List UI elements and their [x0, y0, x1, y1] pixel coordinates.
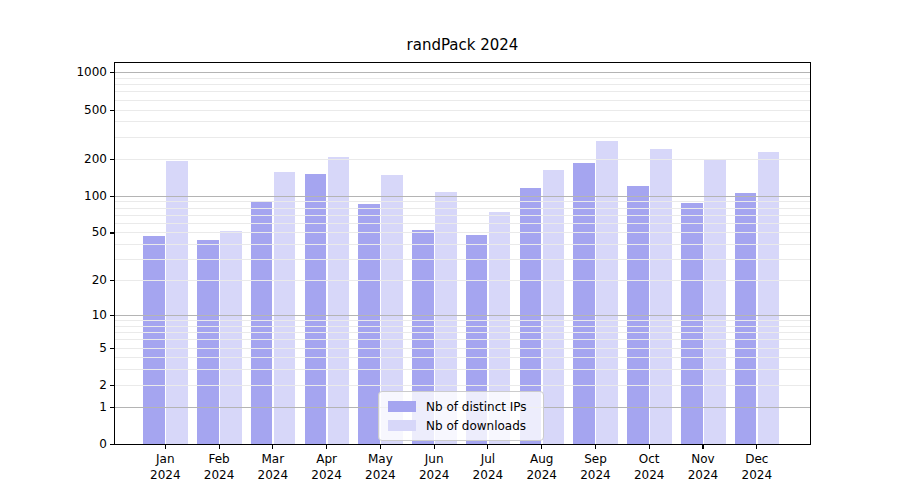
- y-tick-label-200: 200: [0, 151, 107, 167]
- y-tick-1: [110, 407, 114, 408]
- y-tick-50: [110, 232, 114, 233]
- x-tick-label-may: May2024: [350, 451, 410, 483]
- gridline-minor-700: [115, 91, 810, 92]
- gridline-minor-500: [115, 110, 810, 111]
- gridline-major-1000: [115, 72, 810, 73]
- y-tick-1000: [110, 72, 114, 73]
- x-tick-label-year-jun: 2024: [404, 467, 464, 483]
- gridline-minor-8: [115, 326, 810, 327]
- gridline-major-10: [115, 315, 810, 316]
- x-tick-label-year-sep: 2024: [566, 467, 626, 483]
- y-tick-label-5: 5: [0, 340, 107, 356]
- legend: Nb of distinct IPs Nb of downloads: [378, 391, 544, 441]
- gridline-minor-5: [115, 348, 810, 349]
- y-tick-500: [110, 110, 114, 111]
- gridline-minor-300: [115, 137, 810, 138]
- gridline-minor-4: [115, 357, 810, 358]
- y-tick-200: [110, 159, 114, 160]
- gridline-minor-60: [115, 223, 810, 224]
- bar-downloads-mar: [274, 172, 296, 444]
- y-tick-label-0: 0: [0, 436, 107, 452]
- legend-label-downloads: Nb of downloads: [426, 419, 526, 433]
- x-tick-label-year-may: 2024: [350, 467, 410, 483]
- x-tick-may: [380, 445, 381, 449]
- legend-item-downloads: Nb of downloads: [388, 416, 534, 435]
- y-tick-label-2: 2: [0, 377, 107, 393]
- x-tick-label-jan: Jan2024: [135, 451, 195, 483]
- gridline-minor-900: [115, 78, 810, 79]
- gridline-major-100: [115, 196, 810, 197]
- x-tick-label-oct: Oct2024: [619, 451, 679, 483]
- gridline-minor-2: [115, 385, 810, 386]
- x-tick-aug: [541, 445, 542, 449]
- y-tick-label-1000: 1000: [0, 64, 107, 80]
- x-tick-label-year-dec: 2024: [727, 467, 787, 483]
- y-tick-100: [110, 196, 114, 197]
- x-tick-label-year-jul: 2024: [458, 467, 518, 483]
- figure: randPack 2024 Nb of distinct IPs Nb of d…: [0, 0, 900, 500]
- x-tick-label-year-oct: 2024: [619, 467, 679, 483]
- x-tick-oct: [649, 445, 650, 449]
- x-tick-label-year-jan: 2024: [135, 467, 195, 483]
- bar-downloads-aug: [543, 170, 565, 444]
- bar-downloads-oct: [650, 149, 672, 444]
- gridline-minor-50: [115, 232, 810, 233]
- x-tick-jan: [165, 445, 166, 449]
- y-tick-0: [110, 444, 114, 445]
- gridline-minor-40: [115, 244, 810, 245]
- x-tick-label-mar: Mar2024: [243, 451, 303, 483]
- x-tick-label-dec: Dec2024: [727, 451, 787, 483]
- gridline-minor-400: [115, 121, 810, 122]
- gridline-minor-20: [115, 280, 810, 281]
- y-tick-label-500: 500: [0, 102, 107, 118]
- x-tick-label-year-mar: 2024: [243, 467, 303, 483]
- gridline-minor-9: [115, 320, 810, 321]
- x-tick-apr: [326, 445, 327, 449]
- bar-ips-nov: [681, 203, 703, 445]
- y-tick-20: [110, 280, 114, 281]
- y-tick-2: [110, 385, 114, 386]
- y-tick-label-20: 20: [0, 272, 107, 288]
- x-tick-mar: [272, 445, 273, 449]
- x-tick-jun: [434, 445, 435, 449]
- x-tick-label-year-feb: 2024: [189, 467, 249, 483]
- bar-downloads-jan: [166, 161, 188, 444]
- plot-area: [114, 62, 811, 445]
- x-tick-feb: [219, 445, 220, 449]
- bar-ips-may: [358, 204, 380, 444]
- chart-title: randPack 2024: [114, 36, 811, 54]
- gridline-minor-70: [115, 215, 810, 216]
- y-tick-label-100: 100: [0, 188, 107, 204]
- x-tick-jul: [487, 445, 488, 449]
- x-tick-label-year-aug: 2024: [512, 467, 572, 483]
- x-tick-label-sep: Sep2024: [566, 451, 626, 483]
- x-tick-label-jun: Jun2024: [404, 451, 464, 483]
- x-tick-label-feb: Feb2024: [189, 451, 249, 483]
- legend-item-distinct-ips: Nb of distinct IPs: [388, 397, 534, 416]
- x-tick-label-year-apr: 2024: [297, 467, 357, 483]
- bar-downloads-feb: [220, 231, 242, 444]
- bar-downloads-sep: [596, 141, 618, 444]
- y-tick-label-1: 1: [0, 399, 107, 415]
- x-tick-label-year-nov: 2024: [673, 467, 733, 483]
- gridline-minor-90: [115, 201, 810, 202]
- gridline-minor-30: [115, 259, 810, 260]
- x-tick-label-jul: Jul2024: [458, 451, 518, 483]
- bar-ips-feb: [197, 240, 219, 444]
- x-tick-dec: [756, 445, 757, 449]
- legend-label-distinct-ips: Nb of distinct IPs: [426, 400, 527, 414]
- gridline-minor-600: [115, 100, 810, 101]
- y-tick-5: [110, 348, 114, 349]
- x-tick-nov: [702, 445, 703, 449]
- bar-ips-sep: [573, 163, 595, 445]
- y-tick-label-10: 10: [0, 307, 107, 323]
- gridline-minor-6: [115, 339, 810, 340]
- x-tick-sep: [595, 445, 596, 449]
- gridline-minor-7: [115, 332, 810, 333]
- x-tick-label-nov: Nov2024: [673, 451, 733, 483]
- gridline-minor-3: [115, 369, 810, 370]
- legend-swatch-distinct-ips: [388, 401, 416, 412]
- gridline-minor-800: [115, 84, 810, 85]
- x-tick-label-aug: Aug2024: [512, 451, 572, 483]
- y-tick-label-50: 50: [0, 224, 107, 240]
